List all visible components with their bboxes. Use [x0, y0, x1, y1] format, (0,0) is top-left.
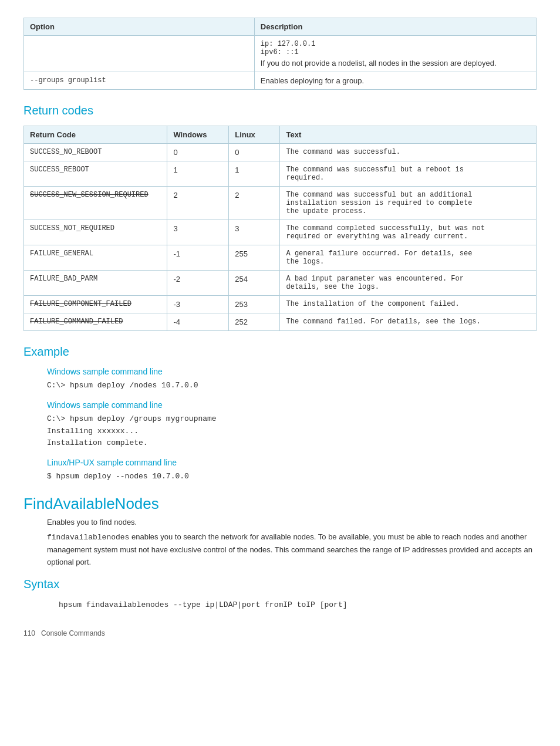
find-available-nodes-heading: FindAvailableNodes — [23, 495, 537, 513]
example-subheading: Linux/HP-UX sample command line — [23, 458, 537, 467]
table-row: FAILURE_GENERAL-1255A general failure oc… — [24, 245, 537, 271]
rc-text-cell: The command completed successfully, but … — [280, 220, 537, 245]
rc-windows-cell: -3 — [167, 296, 229, 313]
example-subheading: Windows sample command line — [23, 367, 537, 376]
rc-linux-cell: 2 — [229, 187, 280, 220]
table-row: SUCCESS_NEW_SESSION_REQUIRED22The comman… — [24, 187, 537, 220]
rc-windows-cell: -2 — [167, 271, 229, 296]
rc-linux-cell: 252 — [229, 313, 280, 331]
description-cell: Enables deploying for a group. — [254, 72, 536, 90]
rc-code-cell: SUCCESS_REBOOT — [24, 161, 167, 187]
table-row: FAILURE_COMMAND_FAILED-4252The command f… — [24, 313, 537, 331]
footer-label: Console Commands — [41, 629, 105, 637]
rc-code-cell: FAILURE_COMMAND_FAILED — [24, 313, 167, 331]
example-heading: Example — [23, 345, 537, 359]
rc-windows-cell: -1 — [167, 245, 229, 271]
syntax-heading: Syntax — [23, 578, 537, 591]
page-number: 110 — [23, 629, 35, 637]
rc-code-cell: SUCCESS_NEW_SESSION_REQUIRED — [24, 187, 167, 220]
return-codes-table: Return Code Windows Linux Text SUCCESS_N… — [23, 126, 537, 331]
table-row: SUCCESS_REBOOT11The command was successf… — [24, 161, 537, 187]
rc-text-cell: The installation of the component failed… — [280, 296, 537, 313]
rc-windows-cell: 3 — [167, 220, 229, 245]
col-windows: Windows — [167, 126, 229, 144]
rc-windows-cell: 2 — [167, 187, 229, 220]
rc-text-cell: The command failed. For details, see the… — [280, 313, 537, 331]
rc-linux-cell: 254 — [229, 271, 280, 296]
col-linux: Linux — [229, 126, 280, 144]
rc-code-cell: FAILURE_COMPONENT_FAILED — [24, 296, 167, 313]
rc-linux-cell: 255 — [229, 245, 280, 271]
example-code: $ hpsum deploy --nodes 10.7.0.0 — [23, 471, 537, 483]
rc-linux-cell: 3 — [229, 220, 280, 245]
rc-linux-cell: 1 — [229, 161, 280, 187]
rc-windows-cell: 0 — [167, 144, 229, 161]
description-cell: ip: 127.0.0.1 ipv6: ::1 If you do not pr… — [254, 36, 536, 72]
col-description: Description — [254, 18, 536, 36]
rc-text-cell: A bad input parameter was encountered. F… — [280, 271, 537, 296]
table-row: SUCCESS_NOT_REQUIRED33The command comple… — [24, 220, 537, 245]
option-cell — [24, 36, 255, 72]
rc-code-cell: SUCCESS_NOT_REQUIRED — [24, 220, 167, 245]
examples-container: Windows sample command lineC:\> hpsum de… — [23, 367, 537, 483]
rc-text-cell: The command was successful. — [280, 144, 537, 161]
rc-windows-cell: 1 — [167, 161, 229, 187]
return-codes-heading: Return codes — [23, 104, 537, 117]
table-row: FAILURE_COMPONENT_FAILED-3253The install… — [24, 296, 537, 313]
rc-code-cell: FAILURE_GENERAL — [24, 245, 167, 271]
table-row: ip: 127.0.0.1 ipv6: ::1 If you do not pr… — [24, 36, 537, 72]
table-row: SUCCESS_NO_REBOOT00The command was succe… — [24, 144, 537, 161]
rc-text-cell: A general failure occurred. For details,… — [280, 245, 537, 271]
rc-text-cell: The command was successful but an additi… — [280, 187, 537, 220]
find-nodes-body: findavailablenodes enables you to search… — [23, 531, 537, 568]
rc-linux-cell: 0 — [229, 144, 280, 161]
rc-code-cell: SUCCESS_NO_REBOOT — [24, 144, 167, 161]
top-options-table: Option Description ip: 127.0.0.1 ipv6: :… — [23, 18, 537, 90]
rc-text-cell: The command was successful but a reboot … — [280, 161, 537, 187]
example-code: C:\> hpsum deploy /groups mygroupname In… — [23, 413, 537, 450]
rc-windows-cell: -4 — [167, 313, 229, 331]
example-subheading: Windows sample command line — [23, 400, 537, 410]
option-cell: --groups grouplist — [24, 72, 255, 90]
table-row: FAILURE_BAD_PARM-2254A bad input paramet… — [24, 271, 537, 296]
page-footer: 110 Console Commands — [23, 629, 537, 637]
rc-linux-cell: 253 — [229, 296, 280, 313]
col-text: Text — [280, 126, 537, 144]
example-code: C:\> hpsum deploy /nodes 10.7.0.0 — [23, 380, 537, 392]
find-nodes-subtitle: Enables you to find nodes. — [23, 518, 537, 526]
table-row: --groups grouplist Enables deploying for… — [24, 72, 537, 90]
inline-code-findavailablenodes: findavailablenodes — [47, 533, 129, 542]
syntax-code: hpsum findavailablenodes --type ip|LDAP|… — [23, 599, 537, 612]
col-return-code: Return Code — [24, 126, 167, 144]
rc-code-cell: FAILURE_BAD_PARM — [24, 271, 167, 296]
col-option: Option — [24, 18, 255, 36]
